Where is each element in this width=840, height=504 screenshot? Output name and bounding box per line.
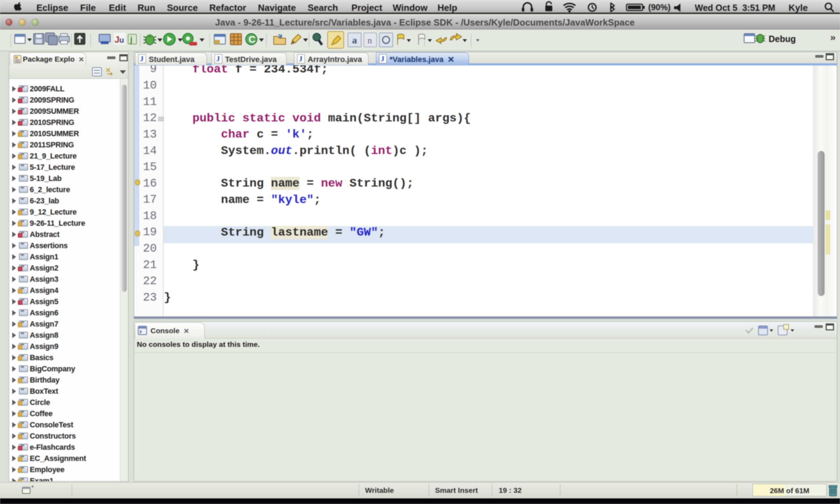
svg-text:n: n bbox=[368, 35, 372, 46]
svg-text:J: J bbox=[114, 34, 119, 45]
svg-text:Debug: Debug bbox=[769, 34, 796, 44]
svg-text:»: » bbox=[830, 32, 836, 43]
svg-text:a: a bbox=[352, 35, 357, 46]
svg-text:C: C bbox=[248, 34, 255, 45]
svg-text:(90%): (90%) bbox=[648, 2, 671, 12]
svg-text:j: j bbox=[130, 35, 132, 44]
svg-text:u: u bbox=[119, 36, 124, 44]
